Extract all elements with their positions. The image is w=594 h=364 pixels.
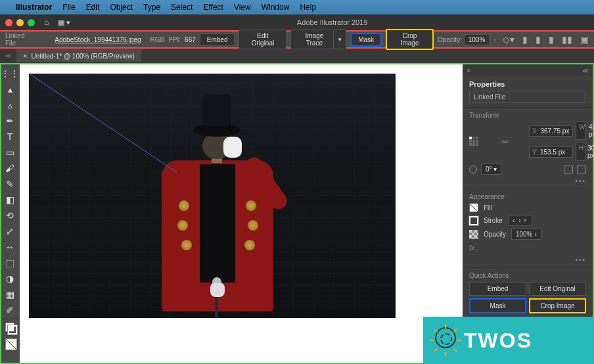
properties-title: Properties [469,80,586,88]
quick-actions-label: Quick Actions [469,272,586,279]
appearance-label: Appearance [469,193,586,200]
menu-help[interactable]: Help [300,3,316,12]
h-field[interactable]: H:305 px [576,143,586,161]
shaper-tool[interactable]: ✎ [1,176,18,192]
transform-label: Transform [469,112,586,119]
menu-effect[interactable]: Effect [203,3,223,12]
menu-file[interactable]: File [62,3,75,12]
mask-button[interactable]: Mask [350,33,382,47]
pen-tool[interactable]: ✒ [1,113,18,129]
embed-button[interactable]: Embed [200,34,235,46]
shape-builder-tool[interactable]: ◑ [1,271,18,286]
close-tab-icon[interactable]: × [23,52,27,60]
arrange-documents-icon[interactable]: ▦ ▾ [58,18,70,27]
paintbrush-tool[interactable]: 🖌 [1,160,18,176]
isolate-icon[interactable]: ▣ [580,34,589,45]
w-field[interactable]: W:457.5 px [576,122,586,140]
menu-type[interactable]: Type [143,3,160,12]
selection-tool[interactable]: ▴ [1,81,18,97]
eyedropper-tool[interactable]: ✐ [1,302,18,318]
rotate-tool[interactable]: ⟲ [1,208,18,223]
gradient-tool[interactable]: ▦ [1,286,18,302]
ppi-value: 667 [185,36,196,43]
opacity-control: Opacity: 100% › [438,34,499,45]
constrain-proportions-icon[interactable]: ⫘ [482,136,526,147]
appearance-more-icon[interactable]: ••• [469,256,586,263]
qa-crop-image-button[interactable]: Crop Image [529,298,586,313]
transform-more-icon[interactable]: ••• [469,177,586,185]
opacity-chevron-icon[interactable]: › [491,37,499,43]
eraser-tool[interactable]: ◧ [1,192,18,208]
opacity-value[interactable]: 100% [464,34,490,45]
free-transform-tool[interactable]: ⬚ [1,255,18,271]
flip-vertical-icon[interactable] [577,166,586,173]
watermark-text: TWOS [464,329,532,353]
qa-embed-button[interactable]: Embed [469,282,526,296]
document-tab[interactable]: × Untitled-1* @ 100% (RGB/Preview) [16,49,141,62]
menu-object[interactable]: Object [110,3,133,12]
rotate-field[interactable]: 0° ▾ [481,164,501,175]
distribute-icon[interactable]: ▮▮ [562,34,572,45]
menu-select[interactable]: Select [171,3,193,12]
panel-close-icon[interactable]: × [467,67,470,74]
reference-point-widget[interactable] [469,137,478,146]
image-trace-button[interactable]: Image Trace [290,30,334,49]
control-bar: Linked File AdobeStock_199441376.jpeg RG… [0,30,594,49]
opacity-field-panel[interactable]: 100%› [511,229,541,240]
fill-stroke-swatch[interactable] [5,323,17,334]
linked-file-label: Linked File [5,32,35,47]
fill-label: Fill [484,204,492,212]
stroke-weight-field[interactable]: ‹›▼ [508,215,532,226]
window-titlebar: ⌂ ▦ ▾ Adobe Illustrator 2019 [0,14,594,30]
rectangle-tool[interactable]: ▭ [1,145,18,160]
qa-edit-original-button[interactable]: Edit Original [529,282,586,296]
align-center-icon[interactable]: ▮ [536,34,541,45]
scale-tool[interactable]: ⤢ [1,223,18,239]
transform-icon[interactable]: ◇▾ [503,34,514,45]
menu-edit[interactable]: Edit [86,3,100,12]
fx-label[interactable]: fx. [469,242,586,254]
image-subject [141,92,292,318]
y-field[interactable]: Y:153.5 px [529,147,573,158]
menu-view[interactable]: View [234,3,251,12]
home-icon[interactable]: ⌂ [44,18,49,27]
tab-caret-icon[interactable]: ≪ [0,53,16,59]
align-right-icon[interactable]: ▮ [549,34,554,45]
minimize-icon[interactable] [16,19,24,26]
none-swatch-icon[interactable] [5,338,17,350]
linked-image[interactable] [29,74,396,318]
maximize-icon[interactable] [28,19,35,26]
fill-swatch-icon[interactable] [469,203,478,212]
x-field[interactable]: X:367.75 px [529,125,573,137]
toolbar-grip-icon[interactable]: ⋮⋮ [1,66,18,81]
type-tool[interactable]: T [1,129,18,145]
watermark-overlay: TWOS [423,317,594,364]
menu-app[interactable]: Illustrator [16,3,52,12]
opacity-checker-icon [469,230,478,239]
crop-image-button[interactable]: Crop Image [386,29,434,50]
rotate-icon [469,166,477,173]
color-mode: RGB [150,36,165,43]
width-tool[interactable]: ↔ [1,239,18,255]
filename-link[interactable]: AdobeStock_199441376.jpeg [55,36,141,43]
edit-original-button[interactable]: Edit Original [239,30,286,49]
direct-selection-tool[interactable]: ▵ [1,97,18,113]
align-icons: ◇▾ ▮ ▮ ▮ ▮▮ ▣ [503,34,589,45]
document-tab-label: Untitled-1* @ 100% (RGB/Preview) [31,53,134,60]
align-left-icon[interactable]: ▮ [522,34,528,45]
stroke-swatch-icon[interactable] [469,216,478,225]
image-trace-group: Image Trace ▼ [290,30,346,49]
qa-mask-button[interactable]: Mask [469,298,526,313]
canvas[interactable] [20,64,463,363]
stroke-swatch[interactable] [8,325,17,334]
flip-horizontal-icon[interactable] [564,166,573,173]
document-tab-bar: ≪ × Untitled-1* @ 100% (RGB/Preview) [0,49,594,63]
menu-window[interactable]: Window [262,3,290,12]
stroke-label: Stroke [484,217,503,224]
panel-header[interactable]: × ≪ [463,64,593,76]
close-icon[interactable] [5,19,12,26]
image-trace-dropdown[interactable]: ▼ [334,30,346,49]
lightbulb-icon [431,326,460,355]
opacity-label-panel: Opacity [484,231,506,238]
panel-menu-icon[interactable]: ≪ [582,67,589,74]
